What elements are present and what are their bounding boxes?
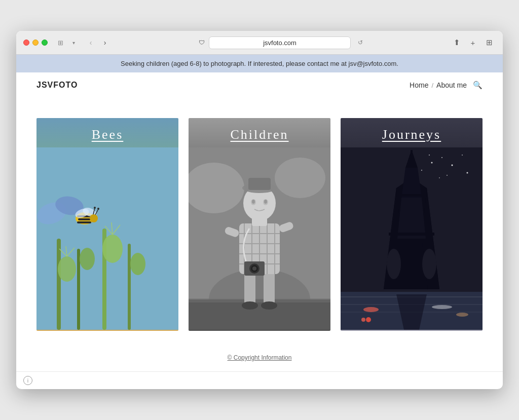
sidebar-toggle[interactable]: ⊞ ▾ <box>55 37 79 48</box>
nav-separator: / <box>431 82 433 89</box>
footer: © Copyright Information <box>16 346 503 371</box>
svg-point-71 <box>447 175 448 176</box>
site-header: JSVFOTO Home / About me 🔍 <box>16 72 503 98</box>
svg-rect-79 <box>389 233 434 236</box>
svg-point-63 <box>431 162 433 164</box>
svg-point-68 <box>467 172 468 174</box>
svg-rect-33 <box>189 298 330 302</box>
forward-button[interactable]: › <box>98 36 112 49</box>
svg-point-6 <box>80 248 95 270</box>
svg-point-58 <box>252 200 255 204</box>
svg-point-26 <box>97 208 99 210</box>
right-toolbar: ⬆ + ⊞ <box>450 36 496 49</box>
grid-view-button[interactable]: ⊞ <box>483 36 496 49</box>
svg-point-89 <box>456 313 468 317</box>
svg-point-8 <box>130 253 145 275</box>
nav-home[interactable]: Home <box>410 81 428 89</box>
bottom-bar: i <box>16 371 503 389</box>
title-bar: ⊞ ▾ ‹ › 🛡 jsvfoto.com ↺ ⬆ + ⊞ <box>16 31 503 55</box>
traffic-lights <box>23 40 48 46</box>
nav-about[interactable]: About me <box>436 81 467 89</box>
svg-rect-78 <box>411 150 413 154</box>
address-bar[interactable]: jsvfoto.com <box>209 36 351 49</box>
sidebar-icon[interactable]: ⊞ <box>55 37 66 48</box>
address-bar-container: 🛡 jsvfoto.com ↺ <box>117 36 445 49</box>
children-image <box>189 147 330 330</box>
svg-point-30 <box>275 158 325 198</box>
svg-point-69 <box>439 177 440 178</box>
gallery-item-bees[interactable]: Bees <box>36 118 178 331</box>
svg-rect-4 <box>128 244 131 330</box>
svg-point-64 <box>441 157 442 158</box>
svg-rect-32 <box>189 299 330 330</box>
svg-point-7 <box>102 235 123 263</box>
security-icon: 🛡 <box>199 39 205 46</box>
maximize-button[interactable] <box>42 40 48 46</box>
svg-point-27 <box>94 207 96 209</box>
svg-point-90 <box>366 317 371 322</box>
info-icon[interactable]: i <box>23 376 32 385</box>
site-logo[interactable]: JSVFOTO <box>36 81 78 90</box>
share-button[interactable]: ⬆ <box>450 36 463 49</box>
reload-button[interactable]: ↺ <box>358 39 363 46</box>
svg-rect-19 <box>78 218 91 220</box>
gallery: Bees <box>36 118 483 331</box>
svg-point-36 <box>242 301 258 310</box>
gallery-item-journeys[interactable]: Journeys <box>341 118 483 331</box>
browser-window: ⊞ ▾ ‹ › 🛡 jsvfoto.com ↺ ⬆ + ⊞ Seeking ch… <box>16 31 503 389</box>
banner-text: Seeking children (aged 6-8) to photograp… <box>121 60 398 67</box>
svg-point-87 <box>363 307 379 312</box>
copyright-link[interactable]: © Copyright Information <box>228 354 292 361</box>
minimize-button[interactable] <box>32 40 39 46</box>
gallery-title-children: Children <box>189 118 330 147</box>
svg-point-65 <box>452 165 453 166</box>
svg-rect-80 <box>399 194 424 197</box>
gallery-item-children[interactable]: Children <box>189 118 330 331</box>
svg-point-67 <box>421 170 422 171</box>
url-text: jsvfoto.com <box>263 39 296 47</box>
svg-point-23 <box>90 214 98 222</box>
svg-point-82 <box>422 249 436 279</box>
new-tab-button[interactable]: + <box>466 36 479 49</box>
back-button[interactable]: ‹ <box>84 36 97 49</box>
svg-point-66 <box>462 155 463 156</box>
gallery-title-journeys: Journeys <box>341 118 483 147</box>
svg-rect-20 <box>77 221 91 223</box>
svg-rect-1 <box>57 239 61 330</box>
svg-point-37 <box>261 301 277 310</box>
svg-point-91 <box>361 318 365 322</box>
svg-point-81 <box>387 249 401 279</box>
svg-rect-2 <box>77 249 80 330</box>
announcement-banner: Seeking children (aged 6-8) to photograp… <box>16 55 503 72</box>
nav-buttons: ‹ › <box>84 36 112 49</box>
search-icon[interactable]: 🔍 <box>473 81 483 90</box>
svg-point-88 <box>432 305 452 309</box>
close-button[interactable] <box>23 40 29 46</box>
gallery-title-bees: Bees <box>36 118 178 147</box>
chevron-down-icon[interactable]: ▾ <box>68 37 79 48</box>
svg-point-5 <box>58 256 76 282</box>
site-nav: Home / About me 🔍 <box>410 81 483 90</box>
bees-image <box>36 147 178 330</box>
svg-rect-55 <box>248 178 271 190</box>
main-content: Bees <box>16 98 503 346</box>
svg-point-51 <box>252 266 256 271</box>
svg-rect-35 <box>264 269 275 304</box>
svg-point-70 <box>429 155 430 156</box>
journeys-image <box>341 147 483 330</box>
svg-point-59 <box>264 200 267 204</box>
